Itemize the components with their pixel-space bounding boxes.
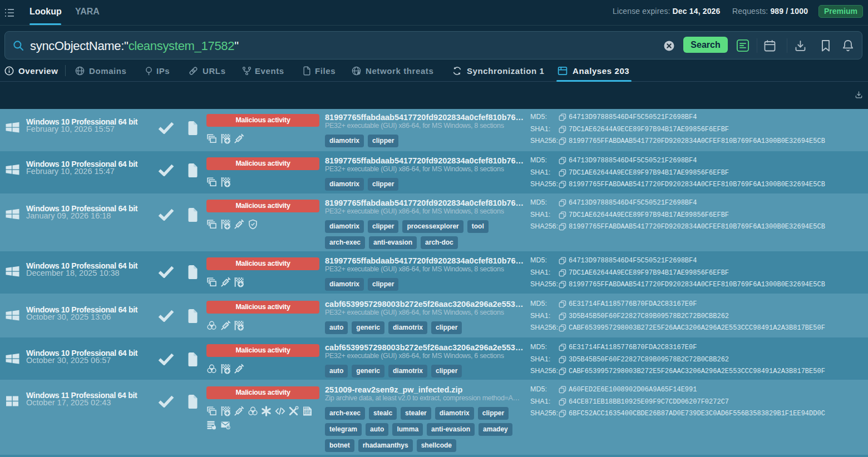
- svg-text:0101: 0101: [304, 412, 310, 415]
